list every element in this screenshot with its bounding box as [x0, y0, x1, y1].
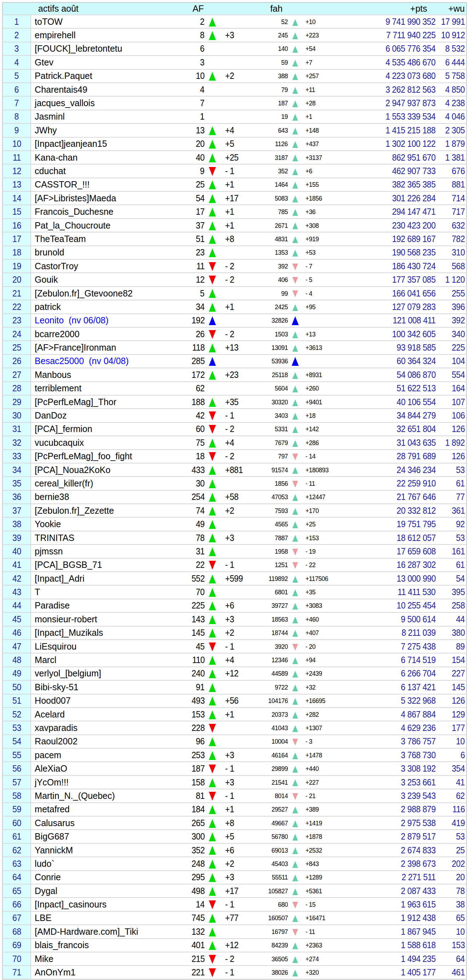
rank-up-icon	[209, 248, 216, 257]
points-value: 6 714 519	[334, 653, 436, 667]
player-name[interactable]: Besac25000 (nv 04/08)	[31, 355, 164, 368]
fah-change: +6	[303, 164, 334, 178]
af-change	[220, 15, 248, 28]
fah-up-icon	[292, 87, 298, 94]
points-value: 862 951 670	[334, 151, 436, 164]
af-change: +1	[220, 205, 248, 218]
rank-down-icon	[209, 765, 216, 773]
rank-cell: 25	[3, 341, 31, 354]
rank-cell: 54	[3, 735, 31, 748]
rank-number: 15	[13, 207, 21, 216]
af-value: 18	[164, 450, 204, 463]
fah-value: 406	[248, 273, 288, 286]
points-value: 51 622 513	[334, 382, 436, 395]
rank-cell: 17	[3, 232, 31, 245]
rank-number: 18	[13, 248, 21, 257]
fah-change: +257	[303, 69, 334, 83]
fah-change: +1307	[303, 721, 334, 735]
rank-up-icon	[209, 140, 216, 149]
table-row: 33 [PcPerfLeMag]_foo_fight 18 - 2 797 - …	[3, 450, 466, 463]
fah-down-icon	[292, 549, 298, 555]
rank-cell: 35	[3, 477, 31, 490]
player-name: Marcl	[31, 653, 164, 667]
table-row: 43 T 70 6801 +35 11 411 530 395	[3, 585, 466, 598]
table-row: 49 verlyol_[belgium] 240 +12 44589 +2439…	[3, 667, 466, 680]
fah-value: 1353	[248, 246, 288, 259]
fah-up-icon	[292, 114, 298, 121]
player-name[interactable]: Leonito (nv 06/08)	[31, 314, 164, 327]
af-value: 2	[164, 15, 204, 28]
fah-value: 160507	[248, 912, 288, 925]
player-name: cduchat	[31, 164, 164, 178]
af-trend-cell	[204, 69, 220, 83]
fah-change: +170	[303, 504, 334, 517]
table-row: 70 Mike 215 - 2 36505 +274 1 494 235 64	[3, 952, 466, 966]
af-trend-cell	[204, 246, 220, 259]
rank-number: 12	[13, 167, 21, 175]
wu-value: 396	[436, 300, 466, 313]
rank-up-icon	[209, 180, 216, 189]
fah-value: 55511	[248, 871, 288, 884]
af-value: 17	[164, 205, 204, 218]
player-name: jacques_vallois	[31, 96, 164, 110]
af-value: 352	[164, 843, 204, 857]
fah-trend-cell	[288, 490, 303, 504]
fah-up-icon	[292, 942, 298, 949]
rank-down-icon	[209, 425, 216, 434]
table-row: 44 Paradise 225 +6 39727 +3083 10 255 45…	[3, 599, 466, 612]
fah-trend-cell	[288, 762, 303, 775]
fah-up-icon	[292, 250, 298, 256]
wu-value: 4 850	[436, 83, 466, 96]
fah-trend-cell	[288, 219, 303, 232]
rank-cell: 38	[3, 517, 31, 531]
player-name: LiEsquirou	[31, 640, 164, 653]
wu-value: 714	[436, 191, 466, 205]
rank-number: 9	[14, 126, 19, 135]
fah-up-icon	[292, 712, 298, 719]
af-value: 26	[164, 327, 204, 341]
fah-trend-cell	[288, 544, 303, 558]
af-change: +3	[220, 531, 248, 544]
fah-up-icon	[292, 698, 298, 705]
rank-number: 50	[13, 683, 21, 692]
af-value: 240	[164, 667, 204, 680]
wu-value: 1 381	[436, 151, 466, 164]
af-value: 285	[164, 355, 204, 368]
fah-change: +94	[303, 653, 334, 667]
player-name: Mike	[31, 952, 164, 966]
rank-number: 42	[13, 574, 21, 583]
af-value: 20	[164, 137, 204, 151]
rank-number: 44	[13, 601, 21, 610]
fah-value: 4831	[248, 232, 288, 245]
rank-up-icon	[209, 928, 216, 937]
af-change: +1	[220, 300, 248, 313]
af-value: 54	[164, 191, 204, 205]
rank-cell: 55	[3, 748, 31, 762]
af-value: 81	[164, 789, 204, 802]
rank-number: 14	[13, 194, 21, 203]
points-value: 18 612 057	[334, 531, 436, 544]
table-row: 36 bernie38 254 +58 47053 +12447 21 767 …	[3, 490, 466, 504]
af-change: +25	[220, 151, 248, 164]
fah-up-icon	[292, 467, 298, 474]
af-value: 78	[164, 531, 204, 544]
fah-trend-cell	[288, 110, 303, 124]
af-value: 498	[164, 884, 204, 897]
points-value: 6 137 421	[334, 680, 436, 694]
rank-up-icon	[209, 819, 216, 828]
af-value: 295	[164, 871, 204, 884]
table-row: 62 YannickM 352 +6 69013 +2532 2 674 833…	[3, 843, 466, 857]
fah-value: 245	[248, 28, 288, 42]
fah-trend-cell	[288, 884, 303, 897]
rank-up-icon	[209, 669, 216, 678]
fah-up-icon	[292, 399, 298, 406]
af-trend-cell	[204, 925, 220, 938]
rank-number: 69	[13, 941, 21, 950]
rank-up-icon	[209, 221, 216, 230]
points-value: 4 629 236	[334, 721, 436, 735]
af-value: 145	[164, 626, 204, 640]
rank-number: 59	[13, 805, 21, 814]
af-value: 62	[164, 382, 204, 395]
fah-trend-cell	[288, 667, 303, 680]
rank-up-icon	[209, 520, 216, 529]
